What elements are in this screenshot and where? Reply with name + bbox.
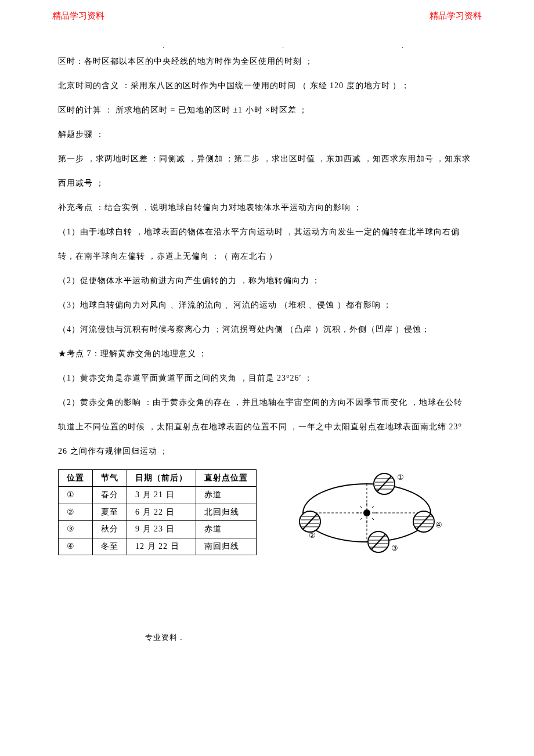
earth-bottom-icon	[368, 531, 389, 552]
cell: 赤道	[196, 521, 257, 538]
table-figure-row: 位置 节气 日期（前后） 直射点位置 ① 春分 3 月 21 日 赤道 ② 夏至…	[58, 469, 479, 556]
paragraph-2: 北京时间的含义 ：采用东八区的区时作为中国统一使用的时间 （ 东经 120 度的…	[58, 74, 479, 98]
th-position: 位置	[59, 470, 93, 487]
footnote-text: 专业资料 .	[145, 626, 479, 649]
paragraph-16: 轨道上不同位置的时候 ，太阳直射点在地球表面的位置不同 ，一年之中太阳直射点在地…	[58, 415, 479, 439]
paragraph-4: 解题步骤 ：	[58, 122, 479, 147]
document-body: 区时：各时区都以本区的中央经线的地方时作为全区使用的时刻 ； 北京时间的含义 ：…	[0, 0, 534, 649]
paragraph-8: （1）由于地球自转 ，地球表面的物体在沿水平方向运动时 ，其运动方向发生一定的偏…	[58, 220, 479, 244]
earth-right-icon	[413, 511, 434, 532]
cell: 春分	[93, 487, 127, 504]
orbit-label-right: ④	[435, 520, 442, 529]
solar-terms-table: 位置 节气 日期（前后） 直射点位置 ① 春分 3 月 21 日 赤道 ② 夏至…	[58, 469, 257, 555]
svg-line-10	[360, 518, 362, 520]
orbit-label-left: ②	[309, 531, 316, 540]
paragraph-3: 区时的计算 ： 所求地的区时 = 已知地的区时 ±1 小时 ×时区差 ；	[58, 98, 479, 122]
cell: 夏至	[93, 504, 127, 520]
paragraph-9: 转，在南半球向左偏转 ，赤道上无偏向 ；（ 南左北右 ）	[58, 244, 479, 269]
paragraph-5: 第一步 ，求两地时区差 ：同侧减 ，异侧加 ；第二步 ，求出区时值 ，东加西减 …	[58, 147, 479, 171]
paragraph-11: （3）地球自转偏向力对风向 、洋流的流向 、河流的运动 （堆积 、侵蚀 ）都有影…	[58, 293, 479, 317]
paragraph-15: （2）黄赤交角的影响 ：由于黄赤交角的存在 ，并且地轴在宇宙空间的方向不因季节而…	[58, 390, 479, 415]
table-header-row: 位置 节气 日期（前后） 直射点位置	[59, 470, 257, 487]
cell: ②	[59, 504, 93, 520]
paragraph-12: （4）河流侵蚀与沉积有时候考察离心力 ；河流拐弯处内侧 （凸岸 ）沉积，外侧（凹…	[58, 317, 479, 342]
cell: 3 月 21 日	[127, 487, 196, 504]
svg-line-11	[372, 518, 374, 520]
paragraph-1: 区时：各时区都以本区的中央经线的地方时作为全区使用的时刻 ；	[58, 49, 479, 74]
paragraph-13: ★考点 7：理解黄赤交角的地理意义 ；	[58, 342, 479, 366]
earth-top-icon	[374, 473, 395, 494]
paragraph-6: 西用减号 ；	[58, 171, 479, 196]
cell: ③	[59, 521, 93, 538]
paragraph-10: （2）促使物体水平运动前进方向产生偏转的力 ，称为地转偏向力 ；	[58, 269, 479, 293]
th-term: 节气	[93, 470, 127, 487]
cell: 南回归线	[196, 538, 257, 555]
table-row: ④ 冬至 12 月 22 日 南回归线	[59, 538, 257, 555]
cell: 秋分	[93, 521, 127, 538]
cell: 9 月 23 日	[127, 521, 196, 538]
table-row: ② 夏至 6 月 22 日 北回归线	[59, 504, 257, 520]
cell: 12 月 22 日	[127, 538, 196, 555]
cell: 6 月 22 日	[127, 504, 196, 520]
cell: ①	[59, 487, 93, 504]
cell: ④	[59, 538, 93, 555]
th-date: 日期（前后）	[127, 470, 196, 487]
orbit-label-top: ①	[397, 473, 405, 482]
cell: 北回归线	[196, 504, 257, 520]
cell: 冬至	[93, 538, 127, 555]
svg-point-3	[363, 509, 370, 516]
svg-line-8	[360, 506, 362, 508]
orbit-label-bottom: ③	[391, 544, 399, 552]
svg-line-9	[372, 506, 374, 508]
orbit-diagram-icon: ① ② ③ ④	[291, 469, 442, 556]
top-separator-dots: . . .	[163, 42, 461, 50]
th-subsolar: 直射点位置	[196, 470, 257, 487]
paragraph-7: 补充考点 ：结合实例 ，说明地球自转偏向力对地表物体水平运动方向的影响 ；	[58, 196, 479, 220]
paragraph-17: 26 之间作有规律回归运动 ；	[58, 439, 479, 464]
header-right-watermark: 精品学习资料	[430, 10, 482, 21]
header-left-watermark: 精品学习资料	[52, 10, 104, 21]
table-row: ③ 秋分 9 月 23 日 赤道	[59, 521, 257, 538]
paragraph-14: （1）黄赤交角是赤道平面黄道平面之间的夹角 ，目前是 23°26′ ；	[58, 366, 479, 390]
table-row: ① 春分 3 月 21 日 赤道	[59, 487, 257, 504]
cell: 赤道	[196, 487, 257, 504]
earth-left-icon	[300, 511, 320, 532]
